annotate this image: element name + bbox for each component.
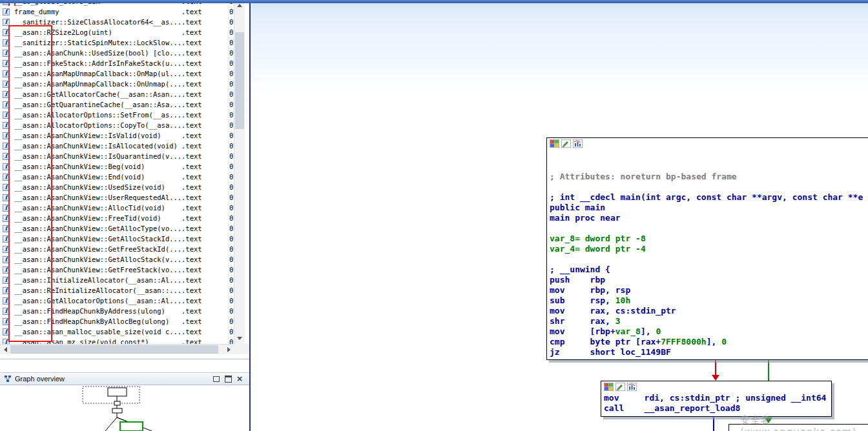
node-color-icon[interactable]	[550, 139, 559, 148]
window-splitter[interactable]	[249, 0, 251, 431]
graph-overview-minimap[interactable]	[0, 385, 248, 431]
asm-line[interactable]: var_4= dword ptr -4	[550, 244, 868, 254]
arrow-up-icon	[237, 4, 242, 7]
node-chart-icon[interactable]	[573, 139, 583, 148]
overview-close-button[interactable]: ×	[234, 374, 245, 383]
scroll-left-button[interactable]	[0, 345, 10, 354]
function-segment: .text	[181, 161, 229, 172]
node-edit-icon[interactable]	[615, 383, 625, 391]
horizontal-scroll-thumb[interactable]	[10, 345, 218, 354]
function-start-address: 0	[229, 182, 234, 192]
node-edit-icon[interactable]	[561, 139, 571, 148]
function-start-address: 0	[229, 89, 234, 99]
function-segment: .text	[181, 203, 229, 213]
functions-window: f __do_global_dtors_aux .text 0 f frame_…	[0, 0, 251, 431]
function-segment: .text	[181, 120, 229, 130]
graph-overview-titlebar: Graph overview ×	[0, 372, 249, 385]
function-start-address: 0	[229, 120, 234, 130]
asm-line[interactable]	[550, 223, 868, 234]
asm-line[interactable]: ; Attributes: noreturn bp-based frame	[550, 172, 868, 182]
overview-maximize-button[interactable]	[211, 374, 222, 383]
node-color-icon[interactable]	[604, 383, 614, 391]
asm-line[interactable]: cmp byte ptr [rax+7FFF8000h], 0	[550, 337, 868, 347]
close-icon: ×	[236, 375, 243, 383]
graph-node-asan-report[interactable]: mov rdi, cs:stdin_ptr ; unsigned __int64…	[601, 381, 832, 417]
function-segment: .text	[181, 89, 229, 99]
asm-line[interactable]: public main	[550, 203, 868, 213]
asm-line[interactable]: mov rbp, rsp	[550, 285, 868, 296]
vertical-scroll-thumb[interactable]	[235, 32, 244, 129]
function-icon: f	[3, 8, 10, 15]
window-top-edge	[0, 0, 868, 3]
function-segment: .text	[181, 27, 229, 37]
arrow-right-icon	[227, 347, 231, 352]
function-segment: .text	[181, 265, 229, 275]
function-start-address: 0	[229, 306, 234, 316]
arrow-down-icon	[237, 337, 242, 340]
function-start-address: 0	[229, 223, 234, 234]
function-segment: .text	[181, 244, 229, 254]
function-segment: .text	[181, 182, 229, 192]
graph-overview-panel: Graph overview ×	[0, 372, 249, 431]
asm-line[interactable]: call __asan_report_load8	[604, 403, 831, 414]
function-start-address: 0	[229, 296, 234, 306]
scroll-right-button[interactable]	[223, 345, 234, 354]
function-segment: .text	[181, 68, 229, 79]
function-start-address: 0	[229, 130, 234, 141]
main-node-code: ; Attributes: noreturn bp-based frame ; …	[550, 172, 868, 357]
asm-line[interactable]	[550, 254, 868, 265]
function-start-address: 0	[229, 337, 234, 344]
asm-line[interactable]: ; __unwind {	[550, 265, 868, 275]
asm-line[interactable]: mov rax, cs:stdin_ptr	[550, 306, 868, 316]
function-start-address: 0	[229, 285, 234, 296]
function-start-address: 0	[229, 6, 234, 17]
function-start-address: 0	[229, 48, 234, 58]
function-start-address: 0	[229, 316, 234, 326]
graph-overview-title: Graph overview	[15, 375, 211, 383]
minimap-node	[108, 388, 127, 396]
asm-line[interactable]: shr rax, 3	[550, 316, 868, 326]
annotation-red-box	[8, 25, 52, 342]
function-segment: .text	[181, 79, 229, 89]
asm-line[interactable]: ; int __cdecl main(int argc, const char …	[550, 192, 868, 203]
function-name: frame_dummy	[14, 6, 181, 17]
functions-horizontal-scrollbar[interactable]	[0, 344, 234, 354]
scroll-down-button[interactable]	[234, 333, 245, 344]
functions-vertical-scrollbar[interactable]	[234, 0, 245, 344]
asm-line[interactable]: sub rsp, 10h	[550, 296, 868, 306]
asm-line[interactable]: push rbp	[550, 275, 868, 285]
function-segment: .text	[181, 130, 229, 141]
function-list-item[interactable]: f frame_dummy .text 0	[0, 6, 234, 17]
jump-not-taken-arrow-icon	[712, 375, 719, 381]
asm-line[interactable]: mov [rbp+var_8], 0	[550, 326, 868, 337]
ida-window: f __do_global_dtors_aux .text 0 f frame_…	[0, 0, 868, 431]
function-segment: .text	[181, 192, 229, 203]
minimap-graph[interactable]	[0, 385, 248, 431]
asm-line[interactable]: var_8= dword ptr -8	[550, 234, 868, 244]
function-start-address: 0	[229, 99, 234, 110]
asm-line[interactable]: jz short loc_1149BF	[550, 347, 868, 357]
asm-line[interactable]	[550, 182, 868, 192]
node-chart-icon[interactable]	[627, 383, 637, 391]
maximize-icon	[213, 376, 220, 382]
function-start-address: 0	[229, 161, 234, 172]
function-icon: f	[3, 19, 10, 26]
node-toolbar	[604, 383, 831, 392]
function-segment: .text	[181, 6, 229, 17]
minimap-node	[114, 401, 120, 405]
function-start-address: 0	[229, 68, 234, 79]
function-segment: .text	[181, 254, 229, 265]
function-segment: .text	[181, 213, 229, 223]
callee-node-code: mov rdi, cs:stdin_ptr ; unsigned __int64…	[604, 393, 831, 414]
function-start-address: 0	[229, 79, 234, 89]
asm-line[interactable]: main proc near	[550, 213, 868, 223]
graph-overview-icon	[4, 375, 12, 383]
function-start-address: 0	[229, 254, 234, 265]
graph-view-canvas[interactable]: ; Attributes: noreturn bp-based frame ; …	[251, 0, 868, 431]
overview-float-button[interactable]	[222, 374, 234, 383]
graph-node-main[interactable]: ; Attributes: noreturn bp-based frame ; …	[546, 137, 868, 360]
function-segment: .text	[181, 306, 229, 316]
function-start-address: 0	[229, 203, 234, 213]
asm-line[interactable]: mov rdi, cs:stdin_ptr ; unsigned __int64	[604, 393, 831, 403]
function-segment: .text	[181, 99, 229, 110]
